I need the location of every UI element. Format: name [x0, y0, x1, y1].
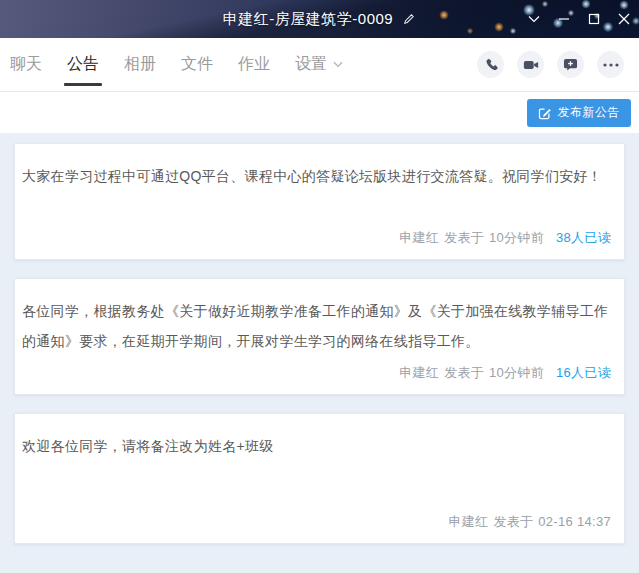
announcement-posted-label: 发表于 — [444, 364, 484, 382]
announcement-card: 大家在学习过程中可通过QQ平台、课程中心的答疑论坛版块进行交流答疑。祝同学们安好… — [14, 143, 625, 260]
announcement-time: 02-16 14:37 — [538, 514, 611, 529]
voice-call-button[interactable] — [477, 51, 504, 78]
announcement-author: 申建红 — [399, 229, 439, 247]
tab-settings[interactable]: 设置 — [295, 38, 343, 91]
tab-album[interactable]: 相册 — [124, 38, 156, 91]
tab-files[interactable]: 文件 — [181, 38, 213, 91]
announcement-text: 大家在学习过程中可通过QQ平台、课程中心的答疑论坛版块进行交流答疑。祝同学们安好… — [22, 161, 611, 191]
video-camera-icon — [523, 58, 539, 72]
tab-announcements[interactable]: 公告 — [67, 38, 99, 91]
announcement-list: 大家在学习过程中可通过QQ平台、课程中心的答疑论坛版块进行交流答疑。祝同学们安好… — [0, 133, 639, 544]
tab-files-label: 文件 — [181, 54, 213, 75]
announcement-text: 各位同学，根据教务处《关于做好近期教学准备工作的通知》及《关于加强在线教学辅导工… — [22, 296, 611, 356]
announcement-posted-label: 发表于 — [444, 229, 484, 247]
tab-chat-label: 聊天 — [10, 54, 42, 75]
tabbar: 聊天 公告 相册 文件 作业 设置 — [0, 38, 639, 92]
announcement-toolbar: 发布新公告 — [0, 92, 639, 133]
feedback-button[interactable] — [557, 51, 584, 78]
read-count-link[interactable]: 16人已读 — [556, 364, 611, 382]
phone-icon — [483, 57, 498, 72]
tab-settings-label: 设置 — [295, 54, 327, 75]
tab-homework-label: 作业 — [238, 54, 270, 75]
publish-announcement-button[interactable]: 发布新公告 — [527, 99, 632, 127]
announcement-footer: 申建红 发表于 10分钟前 38人已读 — [22, 229, 611, 247]
maximize-icon[interactable] — [579, 0, 609, 38]
window-title: 申建红-房屋建筑学-0009 — [223, 10, 393, 29]
publish-button-label: 发布新公告 — [558, 104, 621, 121]
collapse-chevron-down-icon[interactable] — [519, 0, 549, 38]
ellipsis-icon — [603, 63, 619, 67]
announcement-footer: 申建红 发表于 10分钟前 16人已读 — [22, 364, 611, 382]
announcement-time: 10分钟前 — [489, 229, 544, 247]
announcement-posted-label: 发表于 — [493, 513, 533, 531]
titlebar: 申建红-房屋建筑学-0009 — [0, 0, 639, 38]
announcement-time: 10分钟前 — [489, 364, 544, 382]
announcement-author: 申建红 — [399, 364, 439, 382]
tab-chat[interactable]: 聊天 — [10, 38, 42, 91]
announcement-footer: 申建红 发表于 02-16 14:37 — [22, 513, 611, 531]
qq-group-window: 申建红-房屋建筑学-0009 — [0, 0, 639, 573]
read-count-link[interactable]: 38人已读 — [556, 229, 611, 247]
tab-album-label: 相册 — [124, 54, 156, 75]
video-call-button[interactable] — [517, 51, 544, 78]
chevron-down-icon — [333, 61, 343, 68]
tab-action-icons — [477, 51, 639, 78]
chat-bubble-plus-icon — [563, 57, 578, 72]
minimize-icon[interactable] — [549, 0, 579, 38]
tab-announcements-label: 公告 — [67, 54, 99, 75]
compose-icon — [538, 106, 552, 120]
close-icon[interactable] — [609, 0, 639, 38]
tab-homework[interactable]: 作业 — [238, 38, 270, 91]
announcement-card: 各位同学，根据教务处《关于做好近期教学准备工作的通知》及《关于加强在线教学辅导工… — [14, 278, 625, 395]
announcement-text: 欢迎各位同学，请将备注改为姓名+班级 — [22, 431, 611, 461]
edit-title-pencil-icon[interactable] — [402, 12, 416, 26]
window-title-group: 申建红-房屋建筑学-0009 — [223, 10, 416, 29]
window-controls — [519, 0, 639, 38]
announcement-author: 申建红 — [448, 513, 488, 531]
more-button[interactable] — [597, 51, 624, 78]
announcement-card: 欢迎各位同学，请将备注改为姓名+班级 申建红 发表于 02-16 14:37 — [14, 413, 625, 544]
